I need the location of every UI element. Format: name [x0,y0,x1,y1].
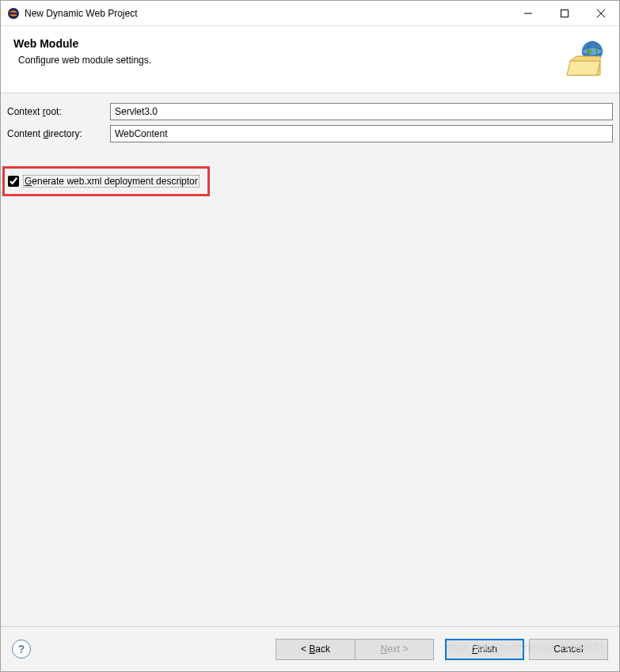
wizard-header-text: Web Module Configure web module settings… [13,37,557,66]
finish-button[interactable]: Finish [445,639,524,660]
maximize-icon [561,9,569,17]
context-root-input[interactable] [110,103,613,120]
eclipse-icon [7,7,20,20]
web-project-icon [565,37,607,78]
wizard-content: Context root: Content directory: Generat… [1,93,619,627]
content-directory-row: Content directory: [7,125,613,142]
wizard-footer: ? < Back Next > Finish Cancel [1,627,619,671]
svg-rect-2 [9,12,18,14]
content-directory-input[interactable] [110,125,613,142]
wizard-header: Web Module Configure web module settings… [1,26,619,93]
svg-rect-4 [561,9,569,17]
minimize-button[interactable] [510,2,546,25]
close-icon [597,9,605,17]
close-button[interactable] [583,2,619,25]
window-title: New Dynamic Web Project [25,8,510,19]
generate-webxml-row: Generate web.xml deployment descriptor [8,175,200,188]
cancel-button[interactable]: Cancel [529,639,608,660]
content-directory-label: Content directory: [7,128,110,139]
titlebar: New Dynamic Web Project [1,1,619,26]
wizard-description: Configure web module settings. [13,55,557,66]
wizard-title: Web Module [13,37,557,50]
help-icon: ? [18,643,25,655]
minimize-icon [524,9,532,17]
generate-webxml-checkbox[interactable] [8,176,19,187]
help-button[interactable]: ? [12,640,31,659]
nav-button-group: < Back Next > [276,639,434,660]
context-root-label: Context root: [7,106,110,117]
dialog-window: New Dynamic Web Project Web Module Confi… [0,0,620,672]
highlight-box: Generate web.xml deployment descriptor [2,166,210,196]
generate-webxml-label[interactable]: Generate web.xml deployment descriptor [23,175,200,188]
window-controls [510,2,619,25]
back-button[interactable]: < Back [276,639,355,660]
maximize-button[interactable] [546,2,583,25]
context-root-row: Context root: [7,103,613,120]
next-button: Next > [355,639,434,660]
